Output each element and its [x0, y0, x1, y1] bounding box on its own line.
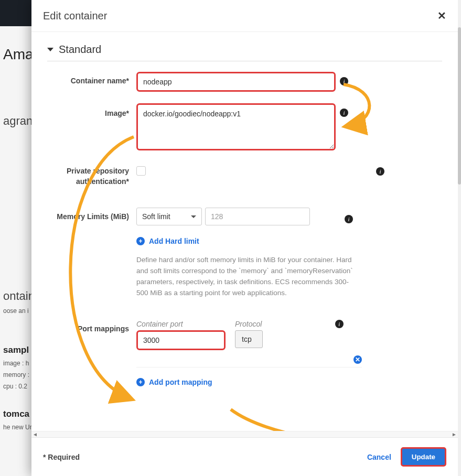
plus-icon: +: [136, 378, 145, 386]
add-port-mapping-button[interactable]: + Add port mapping: [136, 378, 212, 386]
plus-icon: +: [136, 237, 145, 245]
remove-port-mapping-button[interactable]: ✕: [353, 355, 362, 364]
private-repo-auth-checkbox[interactable]: [136, 166, 146, 176]
chevron-down-icon: [191, 215, 196, 218]
section-toggle-standard[interactable]: Standard: [47, 44, 442, 61]
required-note: * Required: [43, 453, 80, 461]
add-port-mapping-label: Add port mapping: [149, 378, 212, 386]
bg-text: oose an i: [0, 305, 31, 317]
modal-body: Standard Container name* i Image* docker…: [31, 32, 458, 431]
row-private-repo-auth: Private repository authentication* i: [47, 162, 442, 187]
edit-container-modal: Edit container ✕ Standard Container name…: [31, 0, 458, 476]
col-header-container-port: Container port: [136, 320, 226, 328]
row-memory-limits: Memory Limits (MiB) Soft limit i + Add H…: [47, 208, 442, 299]
section-title: Standard: [59, 44, 101, 56]
bg-text: memory :: [0, 369, 31, 381]
add-hard-limit-label: Add Hard limit: [149, 237, 199, 245]
memory-helper-text: Define hard and/or soft memory limits in…: [136, 255, 357, 299]
close-icon[interactable]: ✕: [437, 9, 446, 22]
row-container-name: Container name* i: [47, 72, 442, 92]
bg-text: he new Ur: [0, 421, 31, 433]
scroll-left-icon: ◄: [33, 431, 38, 437]
memory-limit-value-input[interactable]: [205, 208, 310, 225]
bg-text: image : h: [0, 358, 31, 369]
vertical-scrollbar[interactable]: [458, 0, 461, 476]
modal-title: Edit container: [43, 10, 107, 22]
label-private-repo-auth: Private repository authentication*: [47, 162, 136, 187]
info-icon[interactable]: i: [376, 167, 384, 176]
bg-text: ontain: [0, 287, 31, 305]
modal-header: Edit container ✕: [31, 0, 458, 32]
scrollbar-thumb[interactable]: [458, 27, 461, 185]
bg-text: sampl: [0, 343, 31, 358]
bg-text: agran: [0, 112, 31, 130]
memory-limit-type-select[interactable]: Soft limit: [136, 208, 202, 225]
update-button[interactable]: Update: [401, 447, 446, 467]
image-input[interactable]: docker.io/goodiec/nodeapp:v1: [136, 103, 336, 150]
info-icon[interactable]: i: [340, 77, 348, 85]
container-name-input[interactable]: [136, 72, 336, 92]
label-port-mappings: Port mappings: [47, 320, 136, 334]
background-page: Ama agran ontain oose an i sampl image :…: [0, 0, 31, 476]
scroll-right-icon: ►: [452, 431, 457, 437]
modal-footer: * Required Cancel Update: [31, 437, 458, 476]
label-image: Image*: [47, 103, 136, 119]
memory-limit-type-value: Soft limit: [142, 212, 170, 221]
info-icon[interactable]: i: [340, 109, 348, 117]
row-image: Image* docker.io/goodiec/nodeapp:v1 i: [47, 103, 442, 150]
label-memory-limits: Memory Limits (MiB): [47, 208, 136, 222]
bg-text: tomca: [0, 407, 31, 421]
caret-down-icon: [47, 48, 53, 51]
col-header-protocol: Protocol: [235, 320, 263, 328]
cancel-button[interactable]: Cancel: [367, 453, 391, 461]
horizontal-scrollbar[interactable]: ◄ ►: [31, 431, 458, 437]
label-container-name: Container name*: [47, 72, 136, 86]
bg-text: cpu : 0.2: [0, 381, 31, 392]
info-icon[interactable]: i: [335, 320, 344, 328]
add-hard-limit-button[interactable]: + Add Hard limit: [136, 237, 199, 245]
bg-heading: Ama: [0, 46, 31, 80]
info-icon[interactable]: i: [345, 215, 353, 223]
row-port-mappings: Port mappings Container port Protocol tc…: [47, 320, 442, 386]
